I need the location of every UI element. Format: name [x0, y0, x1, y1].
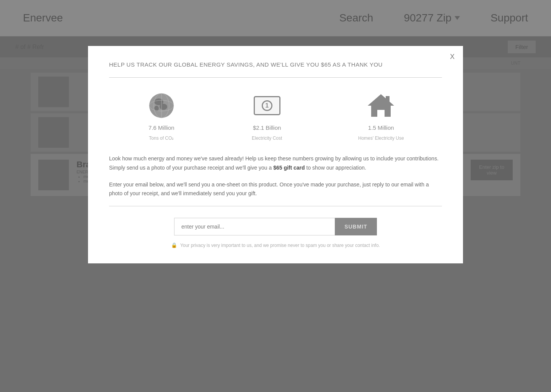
- submit-button[interactable]: SUBMIT: [335, 218, 377, 235]
- svg-rect-11: [386, 96, 390, 103]
- email-form: SUBMIT: [109, 218, 442, 235]
- electricity-cost-value: $2.1 Billion: [253, 124, 281, 131]
- dollar-bill-icon: 1: [253, 91, 281, 120]
- modal-title: HELP US TRACK OUR GLOBAL ENERGY SAVINGS,…: [109, 61, 442, 68]
- modal-body-paragraph2: Enter your email below, and we'll send y…: [109, 180, 442, 199]
- stat-homes: 1.5 Million Homes' Electricity Use: [358, 91, 404, 141]
- close-button[interactable]: X: [450, 53, 455, 61]
- privacy-note: 🔒 Your privacy is very important to us, …: [109, 242, 442, 248]
- homes-label: Homes' Electricity Use: [358, 136, 404, 141]
- privacy-text: Your privacy is very important to us, an…: [180, 243, 380, 248]
- svg-marker-8: [368, 94, 394, 106]
- title-divider: [109, 77, 442, 78]
- homes-value: 1.5 Million: [368, 124, 394, 131]
- bottom-divider: [109, 206, 442, 206]
- co2-label: Tons of CO₂: [149, 136, 174, 141]
- stat-electricity-cost: 1 $2.1 Billion Electricity Cost: [252, 91, 282, 141]
- electricity-cost-label: Electricity Cost: [252, 136, 282, 141]
- modal-dialog: X HELP US TRACK OUR GLOBAL ENERGY SAVING…: [88, 46, 463, 263]
- email-input[interactable]: [174, 218, 335, 235]
- co2-value: 7.6 Million: [148, 124, 174, 131]
- svg-point-2: [160, 104, 167, 110]
- stat-co2: 7.6 Million Tons of CO₂: [147, 91, 176, 141]
- modal-body-paragraph1: Look how much energy and money we've sav…: [109, 154, 442, 173]
- modal-overlay: X HELP US TRACK OUR GLOBAL ENERGY SAVING…: [0, 0, 551, 392]
- stats-row: 7.6 Million Tons of CO₂ 1 $2.1 Billion E…: [109, 91, 442, 141]
- house-icon: [367, 91, 395, 120]
- globe-icon: [147, 91, 176, 120]
- lock-icon: 🔒: [171, 242, 177, 248]
- dollar-circle: 1: [262, 100, 272, 111]
- svg-rect-10: [377, 110, 385, 117]
